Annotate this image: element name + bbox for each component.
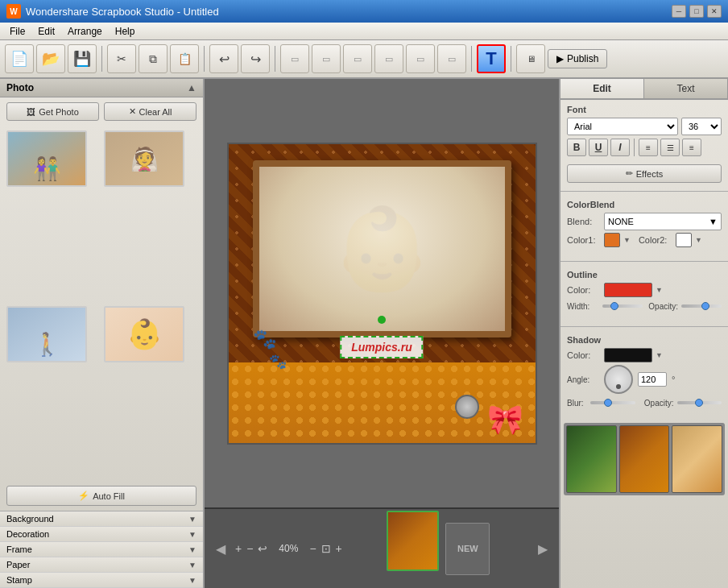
tool-btn-4[interactable]: ▭ — [374, 44, 403, 73]
font-section: Font Arial 36 B U I ≡ ☰ ≡ — [560, 100, 728, 164]
window-controls: ─ □ ✕ — [672, 5, 722, 18]
shadow-angle-label: Angle: — [567, 375, 599, 384]
layer-paper[interactable]: Paper ▼ — [0, 557, 203, 573]
prev-page-button[interactable]: ◀ — [213, 541, 229, 557]
next-page-button[interactable]: ▶ — [535, 541, 551, 557]
text-move-handle[interactable] — [378, 316, 386, 324]
shadow-section: Shadow Color: ▼ Angle: ° Blur: — [560, 330, 728, 416]
font-size-select[interactable]: 36 — [681, 118, 722, 135]
zoom-fit-button[interactable]: ⊡ — [321, 542, 331, 555]
maximize-button[interactable]: □ — [689, 5, 704, 18]
outline-width-slider[interactable] — [602, 300, 643, 313]
zoom-plus-button[interactable]: + — [336, 542, 342, 555]
outline-opacity-slider[interactable] — [681, 300, 722, 313]
divider-2 — [560, 261, 728, 262]
copy-button[interactable]: ⧉ — [139, 44, 168, 73]
menu-file[interactable]: File — [3, 24, 31, 39]
divider-3 — [560, 326, 728, 327]
add-page-button[interactable]: + — [235, 542, 242, 555]
shadow-angle-row: Angle: ° — [567, 365, 722, 394]
new-button[interactable]: 📄 — [5, 44, 34, 73]
blend-row: Blend: NONE ▼ — [567, 213, 722, 230]
canvas-container[interactable]: 👶 🐾 🐾 Lumpics.ru 🎀 — [205, 79, 559, 507]
tool-btn-5[interactable]: ▭ — [406, 44, 435, 73]
auto-fill-icon: ⚡ — [78, 491, 89, 501]
layer-frame-label: Frame — [6, 545, 32, 554]
align-left-button[interactable]: ≡ — [639, 139, 658, 156]
get-photo-button[interactable]: 🖼 Get Photo — [6, 102, 99, 121]
scrapbook-photo[interactable]: 👶 — [253, 160, 511, 337]
layer-decoration[interactable]: Decoration ▼ — [0, 527, 203, 542]
tool-btn-1[interactable]: ▭ — [280, 44, 309, 73]
colorblend-label: ColorBlend — [567, 200, 722, 209]
undo-bottom-button[interactable]: ↩ — [258, 542, 267, 555]
view-button[interactable]: 🖥 — [516, 44, 545, 73]
redo-button[interactable]: ↪ — [241, 44, 270, 73]
effects-button[interactable]: ✏ Effects — [567, 164, 722, 183]
remove-page-button[interactable]: − — [246, 542, 253, 555]
bold-button[interactable]: B — [567, 139, 586, 156]
color1-label: Color1: — [567, 235, 601, 245]
menu-edit[interactable]: Edit — [31, 24, 61, 39]
clear-all-button[interactable]: ✕ Clear All — [104, 102, 196, 121]
photo-thumb-2[interactable]: 👰 — [104, 130, 184, 187]
text-tool-button[interactable]: T — [477, 44, 506, 73]
shadow-opacity-thumb[interactable] — [695, 399, 703, 407]
outline-color-swatch[interactable] — [604, 283, 652, 297]
close-button[interactable]: ✕ — [707, 5, 722, 18]
undo-button[interactable]: ↩ — [209, 44, 238, 73]
tab-text[interactable]: Text — [644, 79, 728, 98]
align-right-button[interactable]: ≡ — [682, 139, 701, 156]
preview-card-2[interactable] — [619, 425, 670, 493]
preview-card-3[interactable] — [672, 425, 722, 493]
preview-card-1[interactable] — [566, 425, 617, 493]
shadow-angle-dial[interactable] — [604, 365, 633, 394]
tab-edit[interactable]: Edit — [560, 79, 644, 98]
layer-stamp-label: Stamp — [6, 575, 32, 585]
menu-help[interactable]: Help — [109, 24, 142, 39]
blend-dropdown[interactable]: NONE ▼ — [604, 213, 722, 230]
shadow-blur-thumb[interactable] — [604, 399, 612, 407]
photo-thumb-4[interactable]: 👶 — [104, 306, 184, 362]
underline-button[interactable]: U — [589, 139, 608, 156]
divider-1 — [560, 191, 728, 192]
format-sep — [634, 139, 635, 156]
tool-btn-6[interactable]: ▭ — [437, 44, 466, 73]
tool-btn-3[interactable]: ▭ — [343, 44, 372, 73]
photo-thumb-3[interactable]: 🚶 — [6, 306, 87, 362]
italic-button[interactable]: I — [610, 139, 630, 156]
layer-frame[interactable]: Frame ▼ — [0, 542, 203, 557]
zoom-minus-button[interactable]: − — [309, 542, 316, 555]
save-button[interactable]: 💾 — [68, 44, 97, 73]
auto-fill-button[interactable]: ⚡ Auto Fill — [6, 486, 196, 506]
cut-button[interactable]: ✂ — [107, 44, 136, 73]
main-layout: Photo ▲ 🖼 Get Photo ✕ Clear All 👫 👰 — [0, 79, 728, 588]
shadow-blur-slider[interactable] — [590, 396, 635, 409]
align-center-button[interactable]: ☰ — [660, 139, 680, 156]
shadow-opacity-slider[interactable] — [677, 396, 722, 409]
minimize-button[interactable]: ─ — [672, 5, 686, 18]
font-family-select[interactable]: Arial — [567, 118, 678, 135]
shadow-color-swatch[interactable] — [604, 348, 652, 362]
color1-swatch[interactable] — [604, 233, 620, 247]
title-bar-left: W Wondershare Scrapbook Studio - Untitle… — [6, 4, 219, 19]
page-1-thumb[interactable] — [387, 511, 439, 571]
shadow-angle-input[interactable] — [638, 372, 667, 387]
publish-button[interactable]: ▶ Publish — [548, 49, 607, 68]
tool-btn-2[interactable]: ▭ — [312, 44, 341, 73]
layer-stamp[interactable]: Stamp ▼ — [0, 573, 203, 588]
photo-thumb-1[interactable]: 👫 — [6, 130, 87, 187]
outline-width-thumb[interactable] — [610, 302, 618, 310]
outline-opacity-thumb[interactable] — [701, 302, 709, 310]
shadow-blur-row: Blur: Opacity: — [567, 396, 722, 409]
layer-background[interactable]: Background ▼ — [0, 511, 203, 527]
panel-scroll-up[interactable]: ▲ — [187, 82, 196, 93]
colorblend-section: ColorBlend Blend: NONE ▼ Color1: ▼ Color… — [560, 195, 728, 255]
color2-swatch[interactable] — [676, 233, 692, 247]
menu-arrange[interactable]: Arrange — [61, 24, 109, 39]
open-button[interactable]: 📂 — [36, 44, 65, 73]
new-page-button[interactable]: NEW — [445, 523, 490, 575]
paste-button[interactable]: 📋 — [170, 44, 199, 73]
bottom-strip: ◀ + − ↩ 40% − ⊡ + 1 NEW ▶ — [205, 507, 559, 588]
text-overlay[interactable]: Lumpics.ru — [340, 336, 423, 358]
